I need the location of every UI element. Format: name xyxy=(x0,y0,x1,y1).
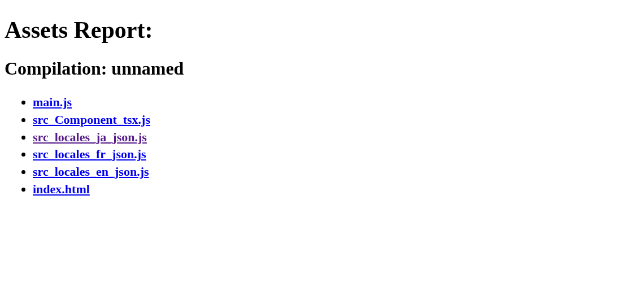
asset-link[interactable]: main.js xyxy=(33,95,72,109)
list-item: src_locales_ja_json.js xyxy=(33,129,639,146)
asset-link[interactable]: index.html xyxy=(33,182,90,196)
asset-link[interactable]: src_locales_fr_json.js xyxy=(33,147,146,161)
list-item: src_Component_tsx.js xyxy=(33,111,639,129)
asset-link[interactable]: src_locales_en_json.js xyxy=(33,164,149,179)
page-title: Assets Report: xyxy=(5,16,639,44)
list-item: index.html xyxy=(33,181,639,198)
list-item: main.js xyxy=(33,94,639,111)
asset-link[interactable]: src_Component_tsx.js xyxy=(33,112,150,127)
compilation-heading: Compilation: unnamed xyxy=(5,58,639,79)
assets-list: main.jssrc_Component_tsx.jssrc_locales_j… xyxy=(5,94,639,198)
list-item: src_locales_en_json.js xyxy=(33,163,639,181)
list-item: src_locales_fr_json.js xyxy=(33,146,639,163)
asset-link[interactable]: src_locales_ja_json.js xyxy=(33,130,147,144)
